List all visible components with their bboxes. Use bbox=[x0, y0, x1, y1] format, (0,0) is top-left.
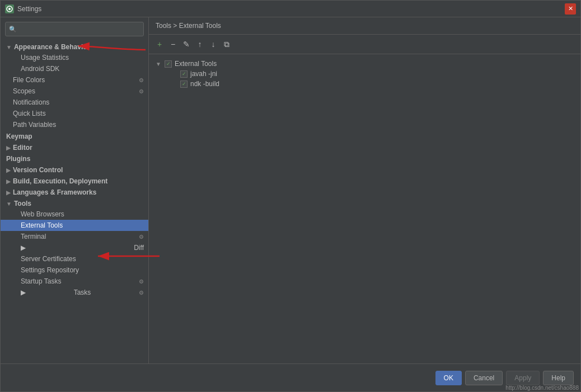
sidebar-item-usage-statistics[interactable]: Usage Statistics bbox=[1, 52, 148, 63]
sidebar-item-path-variables[interactable]: Path Variables bbox=[1, 119, 148, 130]
breadcrumb: Tools > External Tools bbox=[149, 17, 580, 35]
tree-children: ✓ javah -jni ✓ ndk -build bbox=[153, 69, 576, 89]
sidebar-item-tasks[interactable]: ▶ Tasks ⚙ bbox=[1, 287, 148, 298]
sidebar-item-keymap[interactable]: Keymap bbox=[1, 130, 148, 141]
add-button[interactable]: + bbox=[153, 38, 166, 50]
breadcrumb-current: External Tools bbox=[179, 22, 221, 30]
tools-arrow: ▼ bbox=[6, 201, 12, 207]
sidebar-item-editor[interactable]: ▶ Editor bbox=[1, 141, 148, 153]
tree-child-item-1[interactable]: ✓ ndk -build bbox=[169, 79, 576, 89]
tree-expand-arrow: ▼ bbox=[156, 61, 162, 67]
sidebar-item-server-certificates[interactable]: Server Certificates bbox=[1, 253, 148, 265]
diff-arrow: ▶ bbox=[21, 244, 26, 252]
sidebar-item-version-control[interactable]: ▶ Version Control bbox=[1, 164, 148, 175]
editor-arrow: ▶ bbox=[6, 145, 11, 151]
app-icon bbox=[5, 4, 14, 13]
content-area: 🔍 ▼ Appearance & Behavior Usage Statisti… bbox=[1, 17, 580, 363]
sidebar-item-scopes[interactable]: Scopes ⚙ bbox=[1, 86, 148, 97]
sidebar-item-tools[interactable]: ▼ Tools bbox=[1, 197, 148, 209]
sidebar: 🔍 ▼ Appearance & Behavior Usage Statisti… bbox=[1, 17, 149, 363]
tree-root-label: External Tools bbox=[175, 60, 217, 68]
window-title: Settings bbox=[17, 5, 565, 13]
settings-icon-4: ⚙ bbox=[139, 278, 144, 285]
toolbar: + − ✎ ↑ ↓ ⧉ bbox=[149, 35, 580, 54]
move-down-button[interactable]: ↓ bbox=[207, 38, 219, 50]
settings-icon: ⚙ bbox=[139, 77, 144, 83]
sidebar-item-build-execution[interactable]: ▶ Build, Execution, Deployment bbox=[1, 175, 148, 186]
search-icon: 🔍 bbox=[9, 26, 17, 33]
watermark: http://blog.csdn.net/cshao888 bbox=[505, 385, 579, 391]
search-input[interactable] bbox=[19, 25, 140, 33]
cancel-button[interactable]: Cancel bbox=[465, 371, 503, 385]
sidebar-item-terminal[interactable]: Terminal ⚙ bbox=[1, 231, 148, 242]
bottom-bar: OK Cancel Apply Help bbox=[1, 363, 580, 391]
sidebar-item-languages-frameworks[interactable]: ▶ Languages & Frameworks bbox=[1, 186, 148, 197]
settings-icon-3: ⚙ bbox=[139, 234, 144, 240]
tree-root-item[interactable]: ▼ ✓ External Tools bbox=[153, 59, 576, 69]
tasks-arrow: ▶ bbox=[21, 289, 26, 296]
help-button[interactable]: Help bbox=[543, 371, 574, 385]
settings-window: Settings ✕ 🔍 ▼ Appearance & Behavior Usa… bbox=[0, 0, 581, 392]
remove-button[interactable]: − bbox=[167, 38, 179, 50]
sidebar-item-startup-tasks[interactable]: Startup Tasks ⚙ bbox=[1, 276, 148, 287]
close-button[interactable]: ✕ bbox=[565, 3, 576, 15]
tree-child-0-label: javah -jni bbox=[190, 70, 217, 78]
sidebar-item-file-colors[interactable]: File Colors ⚙ bbox=[1, 74, 148, 86]
edit-button[interactable]: ✎ bbox=[180, 38, 193, 50]
sidebar-item-external-tools[interactable]: External Tools bbox=[1, 220, 148, 231]
tree-child-1-checkbox[interactable]: ✓ bbox=[180, 81, 188, 88]
ok-button[interactable]: OK bbox=[435, 371, 462, 385]
tree-child-0-checkbox[interactable]: ✓ bbox=[180, 70, 188, 78]
tree-child-item-0[interactable]: ✓ javah -jni bbox=[169, 69, 576, 79]
search-box[interactable]: 🔍 bbox=[5, 22, 144, 36]
title-bar: Settings ✕ bbox=[1, 1, 580, 17]
sidebar-item-notifications[interactable]: Notifications bbox=[1, 97, 148, 108]
build-arrow: ▶ bbox=[6, 178, 11, 185]
apply-button[interactable]: Apply bbox=[506, 371, 540, 385]
sidebar-item-quick-lists[interactable]: Quick Lists bbox=[1, 108, 148, 119]
sidebar-item-web-browsers[interactable]: Web Browsers bbox=[1, 209, 148, 220]
tree-child-1-label: ndk -build bbox=[190, 80, 219, 88]
settings-icon-2: ⚙ bbox=[139, 88, 144, 95]
main-panel: Tools > External Tools + − ✎ ↑ ↓ ⧉ ▼ ✓ E… bbox=[149, 17, 580, 363]
copy-button[interactable]: ⧉ bbox=[221, 38, 233, 50]
sidebar-item-android-sdk[interactable]: Android SDK bbox=[1, 63, 148, 74]
vc-arrow: ▶ bbox=[6, 167, 11, 173]
sidebar-item-settings-repository[interactable]: Settings Repository bbox=[1, 265, 148, 276]
lang-arrow: ▶ bbox=[6, 190, 11, 196]
svg-point-1 bbox=[8, 8, 11, 10]
move-up-button[interactable]: ↑ bbox=[194, 38, 206, 50]
sidebar-item-diff[interactable]: ▶ Diff bbox=[1, 242, 148, 253]
tree-root-checkbox[interactable]: ✓ bbox=[165, 60, 172, 68]
tree-area: ▼ ✓ External Tools ✓ javah -jni ✓ ndk -b… bbox=[149, 54, 580, 363]
expand-arrow: ▼ bbox=[6, 44, 12, 50]
sidebar-item-plugins[interactable]: Plugins bbox=[1, 153, 148, 164]
nav-appearance-behavior[interactable]: ▼ Appearance & Behavior bbox=[1, 41, 148, 52]
settings-icon-5: ⚙ bbox=[139, 290, 144, 296]
